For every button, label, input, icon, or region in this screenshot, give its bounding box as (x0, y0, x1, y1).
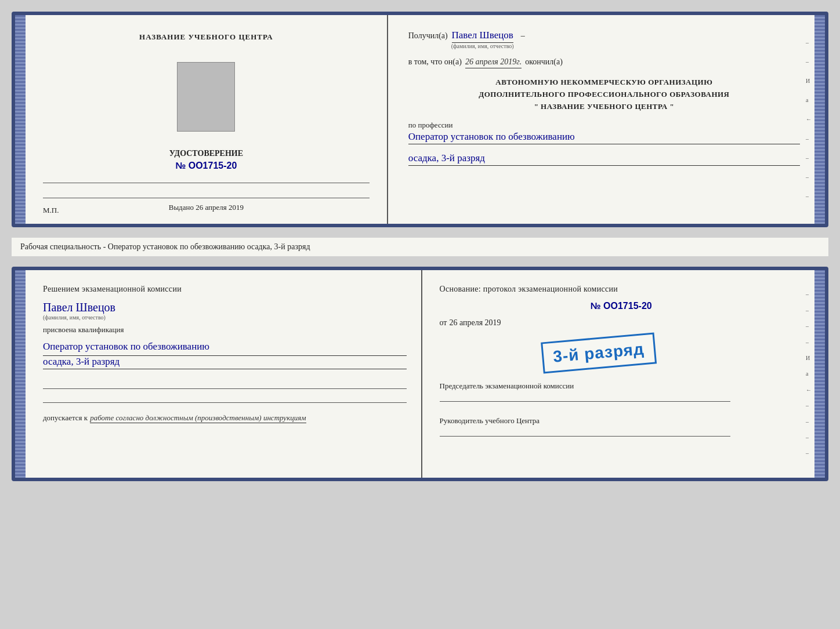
допускается-label: допускается к (43, 413, 88, 423)
org-block: АВТОНОМНУЮ НЕКОММЕРЧЕСКУЮ ОРГАНИЗАЦИЮ ДО… (408, 77, 800, 112)
from-date-value: 26 апреля 2019 (449, 318, 501, 328)
допускается-value: работе согласно должностным (производств… (90, 413, 306, 423)
photo-placeholder (177, 62, 235, 132)
chairman-block: Председатель экзаменационной комиссии (440, 381, 803, 402)
head-signature-line (440, 426, 730, 437)
edge-right-top (814, 15, 825, 224)
person-name: Павел Швецов (43, 301, 407, 314)
bottom-lines (43, 379, 407, 403)
finished-label: окончил(а) (525, 57, 563, 67)
issued-date: 26 апреля 2019 (195, 203, 244, 212)
cert-title: УДОСТОВЕРЕНИЕ (169, 149, 243, 158)
dash-lines-bottom: – – – – И а ← – – – – (806, 270, 812, 478)
profession-label: по профессии (408, 121, 800, 130)
issued-label: Выдано (169, 203, 194, 212)
stamp-text: 3-й разряд (552, 340, 645, 366)
qualification-value: Оператор установок по обезвоживанию (43, 339, 407, 356)
person-block: Павел Швецов (фамилия, имя, отчество) (43, 301, 407, 321)
profession-block: по профессии Оператор установок по обезв… (408, 121, 800, 144)
head-title: Руководитель учебного Центра (440, 416, 803, 426)
fio-label-top: (фамилия, имя, отчество) (451, 43, 514, 49)
date-value: 26 апреля 2019г. (465, 57, 522, 68)
doc-top-right: Получил(а) Павел Швецов (фамилия, имя, о… (388, 15, 814, 224)
qualification-label: присвоена квалификация (43, 325, 407, 335)
received-label: Получил(а) (408, 31, 448, 41)
profession-value: Оператор установок по обезвоживанию (408, 131, 800, 144)
doc-top-left: НАЗВАНИЕ УЧЕБНОГО ЦЕНТРА УДОСТОВЕРЕНИЕ №… (26, 15, 388, 224)
chairman-signature-line (440, 391, 730, 402)
org-line2: ДОПОЛНИТЕЛЬНОГО ПРОФЕССИОНАЛЬНОГО ОБРАЗО… (408, 89, 800, 101)
head-block: Руководитель учебного Центра (440, 416, 803, 437)
допускается-line: допускается к работе согласно должностны… (43, 413, 407, 423)
issued-line: Выдано 26 апреля 2019 (43, 198, 370, 212)
org-line3: " НАЗВАНИЕ УЧЕБНОГО ЦЕНТРА " (408, 101, 800, 113)
chairman-title: Председатель экзаменационной комиссии (440, 381, 803, 391)
basis-line: Основание: протокол экзаменационной коми… (440, 285, 803, 294)
cert-number: № OO1715-20 (175, 161, 237, 171)
received-name: Павел Швецов (452, 30, 513, 43)
stamp: 3-й разряд (541, 333, 657, 374)
from-date-block: от 26 апреля 2019 (440, 318, 803, 328)
doc-bottom-right: Основание: протокол экзаменационной коми… (422, 270, 815, 478)
inthat-line: в том, что он(а) 26 апреля 2019г. окончи… (408, 57, 800, 68)
spine-left-top (15, 15, 26, 224)
spine-left-bottom (15, 270, 26, 478)
received-line: Получил(а) Павел Швецов (фамилия, имя, о… (408, 30, 800, 49)
commission-title: Решением экзаменационной комиссии (43, 285, 407, 294)
org-line1: АВТОНОМНУЮ НЕКОММЕРЧЕСКУЮ ОРГАНИЗАЦИЮ (408, 77, 800, 89)
middle-label: Рабочая специальность - Оператор установ… (12, 238, 828, 256)
doc-bottom-left: Решением экзаменационной комиссии Павел … (26, 270, 422, 478)
mp-label: М.П. (43, 206, 59, 215)
grade-bottom: осадка, 3-й разряд (43, 356, 407, 369)
edge-right-bottom (814, 270, 825, 478)
bottom-line-1 (43, 379, 407, 389)
document-top: НАЗВАНИЕ УЧЕБНОГО ЦЕНТРА УДОСТОВЕРЕНИЕ №… (12, 12, 828, 227)
fio-label-bottom: (фамилия, имя, отчество) (43, 314, 407, 321)
bottom-line-2 (43, 392, 407, 403)
qualification-block: Оператор установок по обезвоживанию осад… (43, 339, 407, 369)
from-label: от (440, 318, 447, 328)
grade-value-top: осадка, 3-й разряд (408, 152, 800, 166)
inthat-label: в том, что он(а) (408, 57, 462, 67)
dash-lines-top: – – И а ← – – – – (806, 15, 812, 224)
page-wrapper: НАЗВАНИЕ УЧЕБНОГО ЦЕНТРА УДОСТОВЕРЕНИЕ №… (12, 12, 828, 481)
document-bottom: Решением экзаменационной комиссии Павел … (12, 267, 828, 481)
protocol-number: № OO1715-20 (440, 301, 803, 311)
center-name-top: НАЗВАНИЕ УЧЕБНОГО ЦЕНТРА (139, 32, 273, 42)
